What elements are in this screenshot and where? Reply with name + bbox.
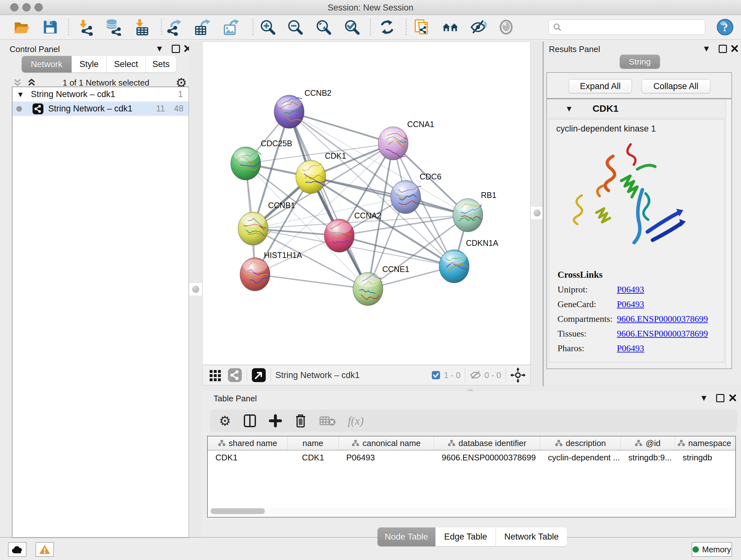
import-network-file-button[interactable] — [77, 17, 95, 37]
grid-view-icon[interactable] — [208, 368, 222, 382]
show-all-button[interactable] — [497, 17, 515, 37]
open-view-icon[interactable] — [252, 368, 266, 382]
network-node-ccnb1[interactable]: CCNB1 — [238, 201, 295, 245]
zoom-in-button[interactable] — [259, 17, 277, 37]
table-row[interactable]: CDK1CDK1P064939606.ENSP00000378699cyclin… — [208, 450, 735, 464]
network-edge[interactable] — [289, 112, 368, 289]
column-header-name[interactable]: name — [287, 436, 339, 450]
hidden-eye-icon[interactable] — [470, 370, 481, 380]
export-image-button[interactable] — [222, 17, 240, 37]
table-cell[interactable]: stringdb — [675, 450, 734, 464]
table-panel-collapse-icon[interactable]: ▼ — [701, 394, 706, 401]
hide-selected-button[interactable] — [469, 17, 487, 37]
table-panel-float-icon[interactable] — [716, 394, 724, 402]
table-scrollbar-thumb[interactable] — [211, 508, 265, 514]
toolbar-divider — [465, 368, 465, 382]
network-node-ccne1[interactable]: CCNE1 — [353, 265, 409, 306]
tab-string[interactable]: String — [620, 55, 660, 69]
network-node-ccna1[interactable]: CCNA1 — [378, 120, 434, 160]
zoom-fit-button[interactable] — [315, 17, 333, 37]
network-canvas[interactable]: CCNB2CCNA1CDC25BCDK1CDC6RB1CCNB1CCNA2CDK… — [202, 42, 530, 365]
column-header-database-identifier[interactable]: database identifier — [434, 436, 540, 450]
zoom-in-icon — [259, 18, 276, 36]
zoom-selected-button[interactable] — [343, 17, 361, 37]
table-horizontal-scrollbar[interactable] — [208, 508, 734, 515]
first-neighbors-button[interactable] — [441, 17, 459, 37]
crosslink-value-link[interactable]: P06493 — [617, 343, 644, 354]
network-node-ccna2[interactable]: CCNA2 — [324, 211, 381, 252]
tab-select[interactable]: Select — [107, 56, 146, 72]
protein-disclosure-icon[interactable]: ▼ — [567, 105, 571, 112]
clone-network-view-button[interactable] — [413, 17, 431, 37]
column-header--id[interactable]: @id — [621, 436, 675, 450]
table-cell[interactable]: stringdb:9... — [621, 450, 675, 464]
help-button[interactable]: ? — [716, 17, 734, 37]
control-panel-collapse-icon[interactable]: ▼ — [157, 45, 162, 52]
string-app-icon[interactable] — [227, 368, 242, 382]
tab-edge-table[interactable]: Edge Table — [435, 527, 496, 546]
import-network-database-button[interactable] — [104, 17, 122, 37]
collection-disclosure-icon[interactable]: ▼ — [18, 91, 23, 98]
export-network-button[interactable] — [166, 17, 184, 37]
expand-all-button[interactable]: Expand All — [569, 79, 632, 93]
network-node-rb1[interactable]: RB1 — [453, 191, 496, 232]
crosslink-value-link[interactable]: P06493 — [617, 299, 644, 309]
network-node-cdc25b[interactable]: CDC25B — [231, 139, 292, 180]
column-header-description[interactable]: description — [540, 436, 621, 450]
network-row[interactable]: String Network – cdk1 11 48 — [12, 102, 189, 116]
right-splitter-handle[interactable] — [530, 206, 544, 220]
refresh-button[interactable] — [378, 17, 396, 37]
import-table-button[interactable] — [133, 17, 151, 37]
results-scrollbar[interactable] — [726, 99, 731, 367]
network-node-cdkn1a[interactable]: CDKN1A — [439, 239, 498, 283]
results-panel-float-icon[interactable] — [719, 45, 727, 53]
search-input[interactable] — [562, 22, 697, 33]
tab-sets[interactable]: Sets — [146, 56, 176, 72]
control-panel-float-icon[interactable] — [172, 45, 180, 53]
table-cell[interactable]: 9606.ENSP00000378699 — [434, 450, 540, 464]
network-edge[interactable] — [289, 112, 393, 143]
results-panel-close-icon[interactable] — [731, 45, 738, 52]
warning-status-button[interactable] — [36, 542, 54, 557]
crosslink-value-link[interactable]: 9606.ENSP00000378699 — [617, 314, 708, 324]
table-panel-close-icon[interactable] — [729, 394, 737, 401]
function-builder-icon[interactable]: f(x) — [348, 414, 364, 428]
export-table-button[interactable] — [194, 17, 212, 37]
network-edge[interactable] — [255, 274, 368, 289]
node-label: CCNB2 — [305, 88, 332, 98]
table-cell[interactable]: CDK1 — [208, 450, 287, 464]
results-panel-collapse-icon[interactable]: ▼ — [704, 45, 709, 52]
open-session-button[interactable] — [13, 17, 30, 37]
network-node-hist1h1a[interactable]: HIST1H1A — [240, 251, 302, 291]
tab-style[interactable]: Style — [72, 56, 107, 72]
column-header-shared-name[interactable]: shared name — [208, 436, 287, 450]
column-header-namespace[interactable]: namespace — [675, 436, 734, 450]
tab-network-table[interactable]: Network Table — [496, 527, 567, 546]
protein-section-header[interactable]: ▼ CDK1 — [547, 99, 726, 118]
show-columns-icon[interactable] — [243, 414, 257, 428]
crosslink-value-link[interactable]: P06493 — [617, 285, 644, 295]
cloud-status-button[interactable] — [8, 542, 26, 557]
column-header-canonical-name[interactable]: canonical name — [339, 436, 434, 450]
collapse-all-button[interactable]: Collapse All — [642, 79, 711, 93]
delete-column-trash-icon[interactable] — [294, 414, 307, 428]
birdseye-crosshair-icon[interactable] — [510, 368, 526, 383]
toolbar-search[interactable] — [548, 19, 705, 35]
crosslink-value-link[interactable]: 9606.ENSP00000378699 — [617, 328, 708, 339]
selected-checkbox-icon[interactable] — [431, 370, 441, 380]
table-cell[interactable]: cyclin-dependent ... — [540, 450, 621, 464]
zoom-out-button[interactable] — [286, 17, 304, 37]
network-graph[interactable]: CCNB2CCNA1CDC25BCDK1CDC6RB1CCNB1CCNA2CDK… — [203, 42, 530, 365]
table-cell[interactable]: CDK1 — [287, 450, 339, 464]
left-splitter-handle[interactable] — [189, 283, 202, 296]
tab-network[interactable]: Network — [22, 56, 72, 72]
delete-table-icon[interactable] — [319, 415, 336, 427]
network-edge[interactable] — [311, 177, 468, 215]
network-collection-row[interactable]: ▼ String Network – cdk1 1 — [12, 87, 189, 102]
table-options-gear-icon[interactable]: ⚙ — [219, 413, 231, 429]
create-column-plus-icon[interactable] — [269, 414, 282, 428]
memory-status-button[interactable]: Memory — [691, 542, 732, 557]
save-session-button[interactable] — [41, 17, 59, 37]
tab-node-table[interactable]: Node Table — [378, 527, 435, 546]
table-cell[interactable]: P06493 — [339, 450, 434, 464]
